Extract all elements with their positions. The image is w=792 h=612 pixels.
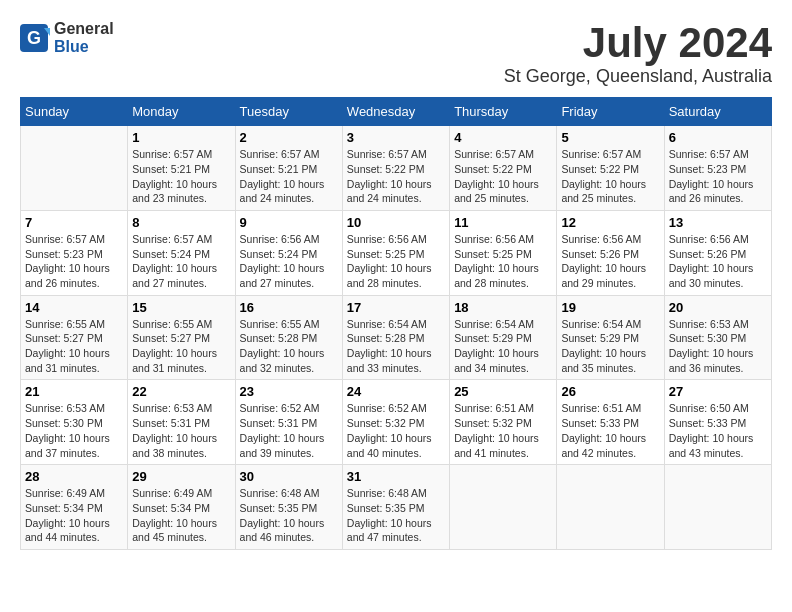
- day-number: 22: [132, 384, 230, 399]
- day-number: 12: [561, 215, 659, 230]
- calendar-cell: 2Sunrise: 6:57 AM Sunset: 5:21 PM Daylig…: [235, 126, 342, 211]
- day-info: Sunrise: 6:54 AM Sunset: 5:29 PM Dayligh…: [454, 317, 552, 376]
- day-info: Sunrise: 6:51 AM Sunset: 5:33 PM Dayligh…: [561, 401, 659, 460]
- calendar-week-row: 7Sunrise: 6:57 AM Sunset: 5:23 PM Daylig…: [21, 210, 772, 295]
- calendar-cell: 22Sunrise: 6:53 AM Sunset: 5:31 PM Dayli…: [128, 380, 235, 465]
- calendar-week-row: 21Sunrise: 6:53 AM Sunset: 5:30 PM Dayli…: [21, 380, 772, 465]
- day-info: Sunrise: 6:57 AM Sunset: 5:24 PM Dayligh…: [132, 232, 230, 291]
- calendar-week-row: 14Sunrise: 6:55 AM Sunset: 5:27 PM Dayli…: [21, 295, 772, 380]
- calendar-cell: 18Sunrise: 6:54 AM Sunset: 5:29 PM Dayli…: [450, 295, 557, 380]
- calendar-cell: 17Sunrise: 6:54 AM Sunset: 5:28 PM Dayli…: [342, 295, 449, 380]
- day-number: 14: [25, 300, 123, 315]
- day-info: Sunrise: 6:53 AM Sunset: 5:30 PM Dayligh…: [25, 401, 123, 460]
- calendar-table: Sunday Monday Tuesday Wednesday Thursday…: [20, 97, 772, 550]
- main-title: July 2024: [504, 20, 772, 66]
- header-sunday: Sunday: [21, 98, 128, 126]
- day-info: Sunrise: 6:48 AM Sunset: 5:35 PM Dayligh…: [347, 486, 445, 545]
- day-number: 3: [347, 130, 445, 145]
- calendar-cell: 7Sunrise: 6:57 AM Sunset: 5:23 PM Daylig…: [21, 210, 128, 295]
- day-number: 8: [132, 215, 230, 230]
- header-tuesday: Tuesday: [235, 98, 342, 126]
- subtitle: St George, Queensland, Australia: [504, 66, 772, 87]
- calendar-cell: 3Sunrise: 6:57 AM Sunset: 5:22 PM Daylig…: [342, 126, 449, 211]
- day-info: Sunrise: 6:57 AM Sunset: 5:22 PM Dayligh…: [561, 147, 659, 206]
- day-info: Sunrise: 6:55 AM Sunset: 5:27 PM Dayligh…: [25, 317, 123, 376]
- calendar-cell: 1Sunrise: 6:57 AM Sunset: 5:21 PM Daylig…: [128, 126, 235, 211]
- header-monday: Monday: [128, 98, 235, 126]
- day-number: 1: [132, 130, 230, 145]
- day-info: Sunrise: 6:55 AM Sunset: 5:28 PM Dayligh…: [240, 317, 338, 376]
- day-number: 10: [347, 215, 445, 230]
- calendar-cell: 28Sunrise: 6:49 AM Sunset: 5:34 PM Dayli…: [21, 465, 128, 550]
- calendar-cell: 29Sunrise: 6:49 AM Sunset: 5:34 PM Dayli…: [128, 465, 235, 550]
- day-info: Sunrise: 6:51 AM Sunset: 5:32 PM Dayligh…: [454, 401, 552, 460]
- calendar-cell: 21Sunrise: 6:53 AM Sunset: 5:30 PM Dayli…: [21, 380, 128, 465]
- day-info: Sunrise: 6:49 AM Sunset: 5:34 PM Dayligh…: [25, 486, 123, 545]
- day-info: Sunrise: 6:56 AM Sunset: 5:26 PM Dayligh…: [669, 232, 767, 291]
- day-number: 25: [454, 384, 552, 399]
- day-number: 19: [561, 300, 659, 315]
- calendar-week-row: 28Sunrise: 6:49 AM Sunset: 5:34 PM Dayli…: [21, 465, 772, 550]
- logo-icon: G: [20, 24, 50, 52]
- day-number: 2: [240, 130, 338, 145]
- day-number: 29: [132, 469, 230, 484]
- logo-blue: Blue: [54, 38, 89, 55]
- calendar-cell: 5Sunrise: 6:57 AM Sunset: 5:22 PM Daylig…: [557, 126, 664, 211]
- calendar-cell: 19Sunrise: 6:54 AM Sunset: 5:29 PM Dayli…: [557, 295, 664, 380]
- day-number: 13: [669, 215, 767, 230]
- day-info: Sunrise: 6:53 AM Sunset: 5:31 PM Dayligh…: [132, 401, 230, 460]
- day-info: Sunrise: 6:54 AM Sunset: 5:28 PM Dayligh…: [347, 317, 445, 376]
- day-number: 21: [25, 384, 123, 399]
- day-number: 4: [454, 130, 552, 145]
- calendar-cell: 11Sunrise: 6:56 AM Sunset: 5:25 PM Dayli…: [450, 210, 557, 295]
- calendar-cell: 12Sunrise: 6:56 AM Sunset: 5:26 PM Dayli…: [557, 210, 664, 295]
- day-info: Sunrise: 6:57 AM Sunset: 5:21 PM Dayligh…: [132, 147, 230, 206]
- title-section: July 2024 St George, Queensland, Austral…: [504, 20, 772, 87]
- day-number: 18: [454, 300, 552, 315]
- calendar-cell: 10Sunrise: 6:56 AM Sunset: 5:25 PM Dayli…: [342, 210, 449, 295]
- header-saturday: Saturday: [664, 98, 771, 126]
- day-number: 28: [25, 469, 123, 484]
- calendar-cell: 16Sunrise: 6:55 AM Sunset: 5:28 PM Dayli…: [235, 295, 342, 380]
- header-wednesday: Wednesday: [342, 98, 449, 126]
- calendar-cell: 30Sunrise: 6:48 AM Sunset: 5:35 PM Dayli…: [235, 465, 342, 550]
- day-number: 23: [240, 384, 338, 399]
- day-info: Sunrise: 6:56 AM Sunset: 5:25 PM Dayligh…: [454, 232, 552, 291]
- logo-general: General: [54, 20, 114, 37]
- calendar-cell: 23Sunrise: 6:52 AM Sunset: 5:31 PM Dayli…: [235, 380, 342, 465]
- calendar-cell: 31Sunrise: 6:48 AM Sunset: 5:35 PM Dayli…: [342, 465, 449, 550]
- day-info: Sunrise: 6:53 AM Sunset: 5:30 PM Dayligh…: [669, 317, 767, 376]
- day-info: Sunrise: 6:52 AM Sunset: 5:32 PM Dayligh…: [347, 401, 445, 460]
- calendar-cell: 25Sunrise: 6:51 AM Sunset: 5:32 PM Dayli…: [450, 380, 557, 465]
- day-number: 11: [454, 215, 552, 230]
- calendar-cell: 9Sunrise: 6:56 AM Sunset: 5:24 PM Daylig…: [235, 210, 342, 295]
- calendar-cell: 13Sunrise: 6:56 AM Sunset: 5:26 PM Dayli…: [664, 210, 771, 295]
- day-info: Sunrise: 6:57 AM Sunset: 5:22 PM Dayligh…: [454, 147, 552, 206]
- day-number: 26: [561, 384, 659, 399]
- calendar-cell: 6Sunrise: 6:57 AM Sunset: 5:23 PM Daylig…: [664, 126, 771, 211]
- header-friday: Friday: [557, 98, 664, 126]
- day-info: Sunrise: 6:48 AM Sunset: 5:35 PM Dayligh…: [240, 486, 338, 545]
- day-number: 17: [347, 300, 445, 315]
- day-number: 31: [347, 469, 445, 484]
- calendar-cell: 4Sunrise: 6:57 AM Sunset: 5:22 PM Daylig…: [450, 126, 557, 211]
- day-number: 5: [561, 130, 659, 145]
- day-info: Sunrise: 6:57 AM Sunset: 5:21 PM Dayligh…: [240, 147, 338, 206]
- day-number: 15: [132, 300, 230, 315]
- day-info: Sunrise: 6:56 AM Sunset: 5:24 PM Dayligh…: [240, 232, 338, 291]
- day-info: Sunrise: 6:49 AM Sunset: 5:34 PM Dayligh…: [132, 486, 230, 545]
- calendar-cell: 15Sunrise: 6:55 AM Sunset: 5:27 PM Dayli…: [128, 295, 235, 380]
- day-number: 27: [669, 384, 767, 399]
- calendar-cell: 8Sunrise: 6:57 AM Sunset: 5:24 PM Daylig…: [128, 210, 235, 295]
- day-info: Sunrise: 6:57 AM Sunset: 5:22 PM Dayligh…: [347, 147, 445, 206]
- day-info: Sunrise: 6:56 AM Sunset: 5:25 PM Dayligh…: [347, 232, 445, 291]
- calendar-cell: 26Sunrise: 6:51 AM Sunset: 5:33 PM Dayli…: [557, 380, 664, 465]
- day-number: 24: [347, 384, 445, 399]
- day-number: 16: [240, 300, 338, 315]
- header-thursday: Thursday: [450, 98, 557, 126]
- day-number: 30: [240, 469, 338, 484]
- day-number: 20: [669, 300, 767, 315]
- day-info: Sunrise: 6:56 AM Sunset: 5:26 PM Dayligh…: [561, 232, 659, 291]
- logo: G General Blue: [20, 20, 114, 55]
- header: G General Blue July 2024 St George, Quee…: [20, 20, 772, 87]
